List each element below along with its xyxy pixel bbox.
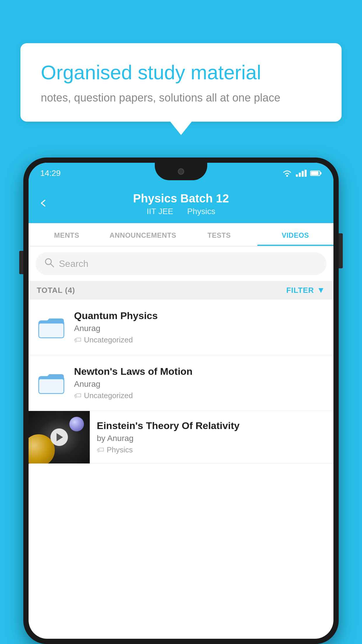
- app-header: Physics Batch 12 IIT JEE Physics: [29, 184, 333, 223]
- video-tag-label-1: Uncategorized: [84, 335, 133, 344]
- planet-small: [69, 417, 84, 431]
- speech-bubble: Organised study material notes, question…: [20, 43, 342, 122]
- list-item[interactable]: Quantum Physics Anurag 🏷 Uncategorized: [29, 300, 333, 355]
- app-subtitle: IIT JEE Physics: [40, 207, 322, 216]
- filter-bar: TOTAL (4) FILTER ▼: [29, 281, 333, 300]
- video-tag-1: 🏷 Uncategorized: [74, 335, 325, 344]
- video-tag-3: 🏷 Physics: [97, 445, 326, 454]
- status-icons: [282, 169, 322, 177]
- video-title-3: Einstein's Theory Of Relativity: [97, 420, 326, 431]
- tabs-bar: MENTS ANNOUNCEMENTS TESTS VIDEOS: [29, 223, 333, 246]
- filter-label: FILTER: [286, 286, 314, 295]
- signal-icon: [296, 170, 307, 177]
- video-author-1: Anurag: [74, 324, 325, 333]
- video-tag-label-3: Physics: [107, 445, 133, 454]
- video-list: Quantum Physics Anurag 🏷 Uncategorized: [29, 300, 333, 464]
- video-info-3: Einstein's Theory Of Relativity by Anura…: [90, 412, 333, 463]
- video-title-1: Quantum Physics: [74, 310, 325, 321]
- notch: [155, 163, 207, 180]
- status-bar: 14:29: [29, 163, 333, 184]
- video-info-2: Newton's Laws of Motion Anurag 🏷 Uncateg…: [74, 366, 325, 400]
- filter-funnel-icon: ▼: [317, 286, 325, 295]
- tag-icon-3: 🏷: [97, 445, 104, 454]
- play-button[interactable]: [50, 428, 68, 446]
- status-time: 14:29: [40, 169, 61, 178]
- svg-rect-3: [320, 172, 321, 174]
- search-icon: [44, 258, 54, 270]
- filter-button[interactable]: FILTER ▼: [286, 286, 325, 295]
- subtitle-part-1: IIT JEE: [147, 207, 173, 216]
- video-thumbnail-3: [29, 411, 90, 463]
- search-input[interactable]: Search: [59, 258, 88, 269]
- total-count: TOTAL (4): [37, 286, 75, 295]
- list-item[interactable]: Newton's Laws of Motion Anurag 🏷 Uncateg…: [29, 355, 333, 411]
- tab-tests[interactable]: TESTS: [181, 223, 257, 246]
- battery-icon: [310, 170, 322, 176]
- tab-ments[interactable]: MENTS: [29, 223, 105, 246]
- video-author-3: by Anurag: [97, 434, 326, 443]
- tab-videos[interactable]: VIDEOS: [257, 223, 334, 246]
- wifi-icon: [282, 169, 292, 177]
- subtitle-part-2: Physics: [187, 207, 215, 216]
- speech-bubble-container: Organised study material notes, question…: [20, 43, 342, 122]
- play-triangle-icon: [57, 433, 63, 441]
- speech-bubble-subtitle: notes, question papers, solutions all at…: [41, 92, 321, 104]
- tab-announcements[interactable]: ANNOUNCEMENTS: [105, 223, 181, 246]
- video-title-2: Newton's Laws of Motion: [74, 366, 325, 377]
- svg-rect-7: [39, 323, 64, 338]
- speech-bubble-title: Organised study material: [41, 61, 321, 85]
- video-tag-label-2: Uncategorized: [84, 391, 133, 400]
- svg-point-0: [286, 175, 288, 177]
- video-tag-2: 🏷 Uncategorized: [74, 391, 325, 400]
- back-button[interactable]: [39, 197, 48, 210]
- app-title: Physics Batch 12: [40, 192, 322, 205]
- folder-icon-2: [37, 368, 66, 398]
- search-bar[interactable]: Search: [36, 252, 326, 275]
- svg-rect-9: [39, 379, 64, 393]
- list-item[interactable]: Einstein's Theory Of Relativity by Anura…: [29, 411, 333, 464]
- phone-outer-shell: 14:29: [23, 158, 339, 644]
- svg-rect-2: [311, 172, 319, 175]
- notch-camera: [178, 168, 184, 175]
- tag-icon-2: 🏷: [74, 391, 82, 400]
- video-author-2: Anurag: [74, 379, 325, 389]
- folder-icon: [37, 313, 66, 342]
- svg-line-5: [51, 264, 54, 267]
- tag-icon-1: 🏷: [74, 335, 82, 344]
- video-info-1: Quantum Physics Anurag 🏷 Uncategorized: [74, 310, 325, 344]
- phone-inner-screen: 14:29: [29, 163, 333, 639]
- phone-mockup-container: 14:29: [23, 158, 339, 644]
